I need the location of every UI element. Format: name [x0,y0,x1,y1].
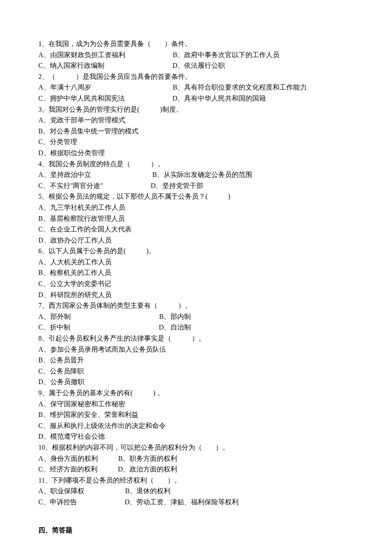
q3-option-b: B、对公务员集中统一管理的模式 [38,126,354,137]
question-11-options-ab: A、职业保障权 B、退休的权利 [38,486,354,497]
question-10-options-cd: C、经济方面的权利 D、政治方面的权利 [38,464,354,475]
question-9-stem: 9、属于公务员的基本义务的有( ) 。 [38,387,354,399]
question-4-stem: 4、我国公务员制度的特点是（ ）。 [38,159,354,170]
question-10-stem: 10、根据权利的内容不同，可以把公务员的权利分为（ ）。 [38,442,354,453]
q4-option-a: A、坚持政治中立 [38,171,91,178]
q6-option-c: C、公立大学的党委书记 [38,278,354,289]
q8-option-d: D、公务员撤职 [38,376,354,387]
question-4-options-cd: C、不实行"两官分途" D、坚持党管干部 [38,180,354,191]
question-7-options-ab: A、部外制 B、部内制 [38,311,354,322]
q5-option-c: C、在企业工作的全国人大代表 [38,224,354,235]
q5-option-b: B、基层检察院行政管理人员 [38,213,354,224]
q7-option-b: B、部内制 [159,313,191,320]
q10-option-d: D、政治方面的权利 [118,465,178,473]
question-7-stem: 7、西方国家公务员体制的类型主要有（ ）。 [38,300,354,311]
q6-option-a: A、人大机关的工作人员 [38,257,354,268]
question-8-stem: 8、引起公务员权利义务产生的法律事实是（ ）。 [38,333,354,344]
q8-option-a: A、参加公务员录用考试而加入公务员队伍 [38,344,354,355]
question-5-stem: 5、根据公务员法的规定，以下那些人员不属于公务员？( ) [38,191,354,202]
q1-option-a: A、由国家财政负担工资福利 [38,51,125,58]
q3-option-a: A、党政干部单一的管理模式 [38,115,354,126]
q9-option-d: D、模范遵守社会公德 [38,431,354,442]
q9-option-b: B、维护国家的安全、荣誉和利益 [38,409,354,420]
q10-option-c: C、经济方面的权利 [38,465,98,473]
question-3-stem: 3、我国对公务员的管理实行的是( )制度。 [38,104,354,115]
question-1-options-cd: C、纳入国家行政编制 D、依法履行公职 [38,60,354,71]
q8-option-c: C、公务员降职 [38,366,354,377]
q3-option-d: D、根据职位分类管理 [38,147,354,159]
question-2-stem: 2、（ ）是我国公务员应当具备的首要条件。 [38,71,354,82]
q8-option-b: B、公务员晋升 [38,355,354,366]
q7-option-c: C、折中制 [38,324,70,331]
q5-option-a: A、九三学社机关的工作人员 [38,202,354,213]
section-4-heading: 四、简答题 [38,525,354,536]
question-11-stem: 11、下列哪项不是公务员的经济权利（ ）。 [38,475,354,486]
q1-option-c: C、纳入国家行政编制 [38,62,104,69]
q11-option-a: A、职业保障权 [38,487,84,494]
q9-option-c: C、服从和执行上级依法作出的决定和命令 [38,420,354,431]
question-6-stem: 6、以下人员属于公务员的是( )。 [38,246,354,257]
q7-option-d: D、自治制 [159,324,191,331]
q7-option-a: A、部外制 [38,313,71,320]
q5-option-d: D、政协办公厅工作人员 [38,235,354,246]
q2-option-c: C、拥护中华人民共和国宪法 [38,95,125,102]
q1-option-d: D、依法履行公职 [173,62,225,69]
q2-option-a: A、年满十八周岁 [38,84,91,91]
q9-option-a: A、保守国家秘密和工作秘密 [38,399,354,410]
question-11-options-cd: C、申诉控告 D、劳动工资、津贴、福利保险等权利 [38,497,354,508]
question-10-options-ab: A、身份方面的权利 B、职务方面的权利 [38,453,354,464]
q2-option-d: D、具有中华人民共和国的国籍 [173,95,266,102]
q3-option-c: C、分类管理 [38,136,354,147]
question-2-options-ab: A、年满十八周岁 B、具有符合职位要求的文化程度和工作能力 [38,82,354,93]
q11-option-d: D、劳动工资、津贴、福利保险等权利 [125,498,239,506]
question-2-options-cd: C、拥护中华人民共和国宪法 D、具有中华人民共和国的国籍 [38,93,354,104]
q4-option-d: D、坚持党管干部 [151,182,204,189]
q11-option-c: C、申诉控告 [38,498,77,506]
question-1-options-ab: A、由国家财政负担工资福利 B、政府中事务次官以下的工作人员 [38,49,354,61]
question-1-stem: 1、在我国，成为为公务员需要具备（ ）条件。 [38,38,354,49]
q6-option-d: D、科研院所的研究人员 [38,289,354,301]
q4-option-c: C、不实行"两官分途" [38,182,103,189]
question-7-options-cd: C、折中制 D、自治制 [38,322,354,333]
question-4-options-ab: A、坚持政治中立 B、从实际出发确定公务员的范围 [38,169,354,180]
q10-option-a: A、身份方面的权利 [38,455,98,462]
q4-option-b: B、从实际出发确定公务员的范围 [153,171,253,178]
q1-option-b: B、政府中事务次官以下的工作人员 [173,51,280,58]
q6-option-b: B、检察机关的工作人员 [38,267,354,278]
q2-option-b: B、具有符合职位要求的文化程度和工作能力 [173,84,307,91]
q10-option-b: B、职务方面的权利 [118,455,178,462]
q11-option-b: B、退休的权利 [125,487,171,494]
